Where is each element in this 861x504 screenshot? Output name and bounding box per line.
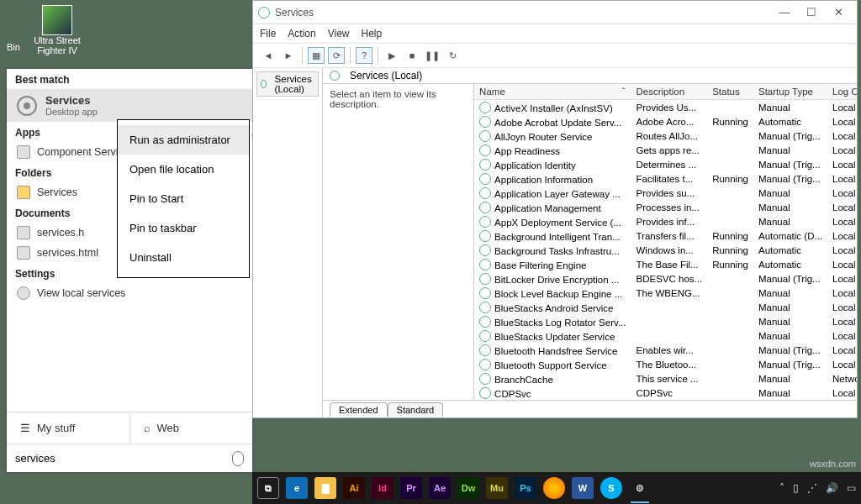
restart-service-icon[interactable]: ↻ <box>444 47 461 64</box>
service-row[interactable]: AllJoyn Router ServiceRoutes AllJo...Man… <box>474 129 857 143</box>
column-header[interactable]: Description <box>631 84 708 100</box>
task-view-icon[interactable]: ⧉ <box>257 477 279 499</box>
after-effects-icon[interactable]: Ae <box>429 477 451 499</box>
service-row[interactable]: BlueStacks Log Rotator Serv...ManualLoca… <box>474 314 857 328</box>
toolbar: ◄ ► ▦ ⟳ ? ▶ ■ ❚❚ ↻ <box>253 43 857 68</box>
file-explorer-icon[interactable]: ▇ <box>314 477 336 499</box>
column-header[interactable]: Name <box>474 84 617 100</box>
illustrator-icon[interactable]: Ai <box>343 477 365 499</box>
dreamweaver-icon[interactable]: Dw <box>457 477 479 499</box>
service-row[interactable]: AppX Deployment Service (...Provides inf… <box>474 214 857 228</box>
service-row[interactable]: Block Level Backup Engine ...The WBENG..… <box>474 286 857 300</box>
volume-icon[interactable]: 🔊 <box>826 482 838 494</box>
word-icon[interactable]: W <box>572 477 594 499</box>
hamburger-icon: ☰ <box>20 422 30 434</box>
refresh-icon[interactable]: ⟳ <box>328 47 345 64</box>
notifications-icon[interactable]: ▭ <box>847 482 856 494</box>
ctx-uninstall[interactable]: Uninstall <box>118 243 249 272</box>
maximize-button[interactable]: ☐ <box>798 6 825 18</box>
search-icon: ⌕ <box>144 422 151 434</box>
tab-standard[interactable]: Standard <box>388 402 444 417</box>
service-row[interactable]: Background Tasks Infrastru...Windows in.… <box>474 243 857 257</box>
column-header[interactable]: Startup Type <box>753 84 827 100</box>
services-icon <box>330 71 340 81</box>
ctx-open-file-location[interactable]: Open file location <box>118 155 249 184</box>
service-row[interactable]: Base Filtering EngineThe Base Fil...Runn… <box>474 257 857 271</box>
section-best-match: Best match <box>7 69 252 89</box>
ctx-pin-to-taskbar[interactable]: Pin to taskbar <box>118 213 249 243</box>
service-row[interactable]: Application Layer Gateway ...Provides su… <box>474 186 857 200</box>
tab-web[interactable]: ⌕ Web <box>129 412 253 444</box>
start-service-icon[interactable]: ▶ <box>383 47 400 64</box>
service-row[interactable]: BlueStacks Updater ServiceManualLocal Sy… <box>474 328 857 343</box>
column-header[interactable]: Log On As <box>827 84 857 100</box>
service-row[interactable]: BlueStacks Android ServiceManualLocal Sy… <box>474 300 857 314</box>
services-icon <box>261 80 267 88</box>
service-row[interactable]: Bluetooth Support ServiceThe Bluetoo...M… <box>474 357 857 371</box>
firefox-icon[interactable] <box>543 477 565 499</box>
pause-service-icon[interactable]: ❚❚ <box>424 47 441 64</box>
service-row[interactable]: Application IdentityDetermines ...Manual… <box>474 157 857 171</box>
settings-taskbar-icon[interactable]: ⚙ <box>629 477 651 499</box>
service-row[interactable]: Application ManagementProcesses in...Man… <box>474 200 857 214</box>
file-icon <box>17 246 30 260</box>
edge-icon[interactable]: e <box>286 477 308 499</box>
indesign-icon[interactable]: Id <box>372 477 394 499</box>
titlebar[interactable]: Services — ☐ ✕ <box>253 1 857 24</box>
service-row[interactable]: Application InformationFacilitates t...R… <box>474 171 857 186</box>
service-row[interactable]: ActiveX Installer (AxInstSV)Provides Us.… <box>474 100 857 115</box>
export-icon[interactable]: ? <box>356 47 372 64</box>
column-header[interactable]: Status <box>707 84 753 100</box>
chevron-up-icon[interactable]: ˄ <box>779 482 784 494</box>
stop-service-icon[interactable]: ■ <box>404 47 420 64</box>
service-row[interactable]: BranchCacheThis service ...ManualNetwork… <box>474 371 857 386</box>
menubar: File Action View Help <box>253 24 857 43</box>
wifi-icon[interactable]: ⋰ <box>807 482 817 494</box>
service-row[interactable]: Background Intelligent Tran...Transfers … <box>474 228 857 243</box>
service-row[interactable]: BitLocker Drive Encryption ...BDESVC hos… <box>474 271 857 286</box>
recycle-bin-label: Bin <box>7 42 20 52</box>
menu-help[interactable]: Help <box>362 28 383 39</box>
window-title: Services <box>275 7 771 18</box>
service-row[interactable]: Bluetooth Handsfree ServiceEnables wir..… <box>474 343 857 357</box>
gear-icon <box>17 286 30 300</box>
ctx-pin-to-start[interactable]: Pin to Start <box>118 184 249 213</box>
close-button[interactable]: ✕ <box>825 6 852 18</box>
menu-file[interactable]: File <box>260 28 276 39</box>
back-icon[interactable]: ◄ <box>260 47 277 64</box>
result-services-app[interactable]: Services Desktop app <box>7 89 252 122</box>
description-pane: Select an item to view its description. <box>323 84 474 400</box>
minimize-button[interactable]: — <box>771 6 798 18</box>
services-list[interactable]: NameˆDescriptionStatusStartup TypeLog On… <box>474 84 857 400</box>
folder-icon <box>17 186 30 199</box>
taskbar: ⧉ e ▇ Ai Id Pr Ae Dw Mu Ps W S ⚙ ˄ ▯ ⋰ 🔊… <box>252 472 861 504</box>
desktop-icon-usf4[interactable]: Ultra Street Fighter IV <box>32 5 82 55</box>
result-title: Services <box>45 94 98 107</box>
tab-my-stuff[interactable]: ☰ My stuff <box>7 412 129 444</box>
gear-icon <box>17 96 37 116</box>
system-tray[interactable]: ˄ ▯ ⋰ 🔊 ▭ <box>779 482 856 494</box>
search-input[interactable] <box>15 452 232 465</box>
battery-icon[interactable]: ▯ <box>793 482 799 494</box>
ctx-run-as-admin[interactable]: Run as administrator <box>118 125 249 155</box>
properties-icon[interactable]: ▦ <box>308 47 325 64</box>
menu-action[interactable]: Action <box>288 28 315 39</box>
muse-icon[interactable]: Mu <box>486 477 508 499</box>
sort-indicator: ˆ <box>617 84 631 100</box>
service-row[interactable]: Adobe Acrobat Update Serv...Adobe Acro..… <box>474 114 857 129</box>
tree-services-local[interactable]: Services (Local) <box>256 71 319 97</box>
result-view-local-services[interactable]: View local services <box>7 283 252 303</box>
microphone-icon[interactable] <box>232 451 244 466</box>
skype-icon[interactable]: S <box>600 477 622 499</box>
services-window: Services — ☐ ✕ File Action View Help ◄ ►… <box>252 0 858 418</box>
premiere-icon[interactable]: Pr <box>400 477 422 499</box>
service-row[interactable]: App ReadinessGets apps re...ManualLocal … <box>474 143 857 157</box>
forward-icon[interactable]: ► <box>280 47 297 64</box>
menu-view[interactable]: View <box>328 28 350 39</box>
context-menu: Run as administrator Open file location … <box>117 119 250 278</box>
service-row[interactable]: CDPSvcCDPSvcManualLocal Servic <box>474 386 857 400</box>
photoshop-icon[interactable]: Ps <box>515 477 536 499</box>
file-icon <box>17 226 30 239</box>
watermark: wsxdn.com <box>810 459 856 469</box>
tab-extended[interactable]: Extended <box>330 402 387 417</box>
